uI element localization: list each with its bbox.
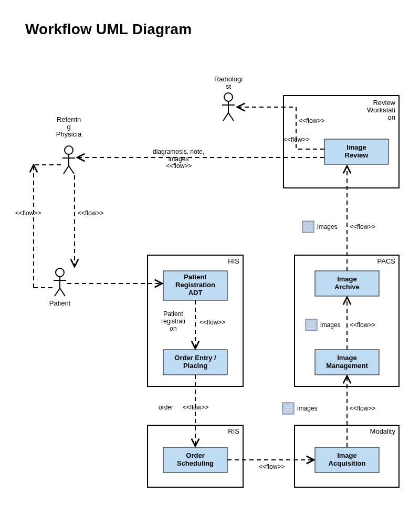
svg-text:<<flow>>: <<flow>> (350, 321, 375, 329)
actor-radiologist-label-1: Radiologi (214, 75, 243, 83)
svg-text:<<flow>>: <<flow>> (166, 162, 192, 170)
xray-icon-2 (306, 319, 317, 331)
svg-text:<<flow>>: <<flow>> (259, 463, 285, 470)
actor-radiologist: Radiologist (214, 75, 243, 121)
svg-text:Radiologist: Radiologist (214, 75, 243, 90)
svg-line-9 (64, 166, 69, 174)
node-image-acquisition: ImageAcquisition (315, 447, 379, 472)
svg-text:<<flow>>: <<flow>> (78, 209, 103, 217)
svg-text:Patient: Patient (49, 299, 71, 307)
actor-radiologist-label-2: st (226, 82, 232, 90)
diagram-title: Workflow UML Diagram (25, 21, 192, 38)
svg-text:<<flow>>: <<flow>> (15, 209, 41, 217)
svg-line-3 (223, 113, 228, 121)
svg-text:<<flow>>: <<flow>> (299, 117, 324, 124)
svg-text:diagramosis, note,images: diagramosis, note,images (153, 148, 204, 163)
svg-line-10 (69, 166, 74, 174)
node-image-review: ImageReview (324, 139, 388, 164)
svg-point-0 (224, 93, 233, 101)
svg-text:<<flow>>: <<flow>> (350, 405, 375, 412)
node-image-management: ImageManagement (315, 350, 379, 375)
svg-text:HIS: HIS (228, 257, 239, 265)
node-order-scheduling: OrderScheduling (163, 447, 227, 472)
svg-text:<<flow>>: <<flow>> (183, 404, 208, 411)
page: Workflow UML Diagram Radiologist (0, 0, 420, 515)
svg-line-4 (228, 113, 234, 121)
svg-text:ImageReview: ImageReview (345, 143, 369, 159)
svg-point-6 (65, 146, 73, 154)
xray-icon-3 (302, 221, 314, 233)
svg-text:ImageArchive: ImageArchive (334, 275, 360, 291)
svg-text:<<flow>>: <<flow>> (284, 136, 309, 143)
svg-point-12 (56, 268, 64, 277)
node-order-entry: Order Entry /Placing (163, 350, 227, 375)
svg-line-15 (55, 288, 60, 296)
svg-text:Modality: Modality (370, 427, 396, 435)
svg-rect-56 (306, 319, 317, 331)
svg-text:ReviewWorkstation: ReviewWorkstation (367, 99, 396, 121)
node-patient-registration: PatientRegistrationADT (163, 271, 227, 300)
svg-text:Patientregistration: Patientregistration (161, 310, 185, 332)
svg-text:images: images (297, 405, 318, 412)
svg-text:order: order (159, 404, 173, 411)
svg-text:<<flow>>: <<flow>> (200, 319, 225, 326)
svg-rect-53 (282, 403, 294, 414)
svg-text:images: images (317, 223, 338, 230)
svg-text:PACS: PACS (377, 257, 396, 265)
node-image-archive: ImageArchive (315, 271, 379, 296)
svg-text:RIS: RIS (228, 427, 239, 435)
diagram-canvas: Radiologist ReferringPhysicia Patient Re… (0, 0, 420, 515)
svg-line-16 (60, 288, 65, 296)
svg-rect-59 (302, 221, 314, 233)
svg-text:<<flow>>: <<flow>> (350, 223, 375, 230)
xray-icon-1 (282, 403, 294, 414)
svg-text:images: images (320, 321, 341, 329)
svg-text:ReferringPhysicia: ReferringPhysicia (56, 115, 82, 138)
